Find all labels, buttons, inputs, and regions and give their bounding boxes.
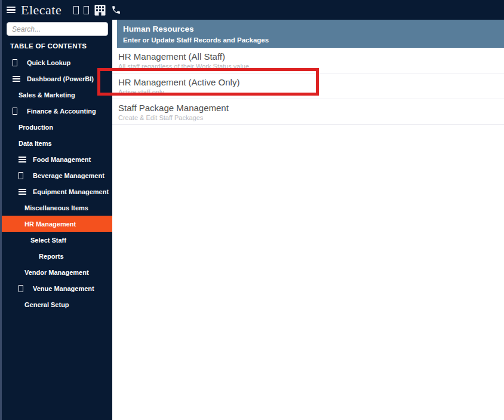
sidebar-item-label: Quick Lookup bbox=[27, 59, 70, 66]
sidebar-item-data-items[interactable]: Data Items bbox=[2, 135, 112, 151]
search-wrap bbox=[2, 20, 112, 36]
sidebar-item-label: General Setup bbox=[24, 301, 69, 308]
app-window: Elecate TABLE OF CONTENTS bbox=[0, 0, 504, 420]
building-icon[interactable] bbox=[94, 4, 106, 16]
menu-item-title: HR Management (Active Only) bbox=[118, 77, 498, 87]
menu-icon bbox=[19, 189, 28, 195]
sidebar-item-miscellaneous-items[interactable]: Miscellaneous Items bbox=[2, 200, 112, 216]
content-header: Human Resources Enter or Update Staff Re… bbox=[117, 20, 504, 48]
page-subtitle: Enter or Update Staff Records and Packag… bbox=[123, 35, 504, 45]
page-title: Human Resources bbox=[123, 24, 504, 34]
sidebar-item-dashboard-powerbi[interactable]: Dashboard (PowerBI) bbox=[2, 70, 112, 87]
search-input[interactable] bbox=[7, 22, 108, 36]
sidebar-item-beverage-management[interactable]: Beverage Management bbox=[2, 167, 112, 183]
sidebar-item-label: Dashboard (PowerBI) bbox=[27, 75, 94, 82]
sidebar: TABLE OF CONTENTS Quick Lookup Dashboard… bbox=[2, 20, 112, 420]
sidebar-item-production[interactable]: Production bbox=[2, 119, 112, 135]
sidebar-item-label: Beverage Management bbox=[33, 172, 105, 179]
sidebar-item-quick-lookup[interactable]: Quick Lookup bbox=[2, 54, 112, 70]
menu-item-title: Staff Package Management bbox=[118, 103, 498, 113]
sidebar-item-label: Data Items bbox=[19, 140, 52, 147]
sidebar-item-vendor-management[interactable]: Vendor Management bbox=[2, 264, 112, 280]
sidebar-item-venue-management[interactable]: Venue Management bbox=[2, 280, 112, 296]
sidebar-item-finance-accounting[interactable]: Finance & Accounting bbox=[2, 103, 112, 119]
sidebar-item-label: Miscellaneous Items bbox=[24, 204, 88, 211]
glyph-box-icon[interactable] bbox=[73, 6, 79, 14]
sidebar-item-label: Sales & Marketing bbox=[19, 91, 75, 99]
box-icon bbox=[19, 172, 28, 179]
sidebar-item-label: Vendor Management bbox=[24, 269, 89, 276]
glyph-box-icon[interactable] bbox=[84, 6, 89, 14]
box-icon bbox=[13, 108, 22, 115]
sidebar-item-label: HR Management bbox=[24, 220, 76, 228]
sidebar-item-hr-management[interactable]: HR Management bbox=[2, 216, 112, 232]
box-icon bbox=[13, 59, 22, 66]
sidebar-item-label: Equipment Management bbox=[33, 188, 109, 195]
menu-item-title: HR Management (All Staff) bbox=[118, 51, 498, 62]
sidebar-item-label: Reports bbox=[39, 253, 64, 260]
topbar: Elecate bbox=[2, 0, 504, 20]
menu-item-hr-management-all-staff[interactable]: HR Management (All Staff) All staff rega… bbox=[112, 48, 504, 73]
menu-item-hr-management-active-only[interactable]: HR Management (Active Only) Active staff… bbox=[112, 73, 504, 99]
sidebar-item-label: Finance & Accounting bbox=[27, 108, 96, 115]
sidebar-item-label: Food Management bbox=[33, 156, 91, 163]
sidebar-item-sales-marketing[interactable]: Sales & Marketing bbox=[2, 87, 112, 103]
box-icon bbox=[19, 285, 28, 292]
sidebar-item-reports[interactable]: Reports bbox=[2, 248, 112, 264]
sidebar-nav: Quick Lookup Dashboard (PowerBI) Sales &… bbox=[2, 53, 112, 312]
sidebar-item-food-management[interactable]: Food Management bbox=[2, 151, 112, 167]
hamburger-icon[interactable] bbox=[7, 5, 16, 15]
menu-item-subtitle: All staff regardless of their Work Statu… bbox=[118, 63, 498, 70]
menu-item-subtitle: Active staff only. bbox=[118, 88, 498, 96]
sidebar-item-select-staff[interactable]: Select Staff bbox=[2, 232, 112, 248]
menu-item-staff-package-management[interactable]: Staff Package Management Create & Edit S… bbox=[112, 99, 504, 125]
menu-icon bbox=[19, 157, 28, 163]
sidebar-item-label: Select Staff bbox=[30, 237, 66, 244]
sidebar-item-label: Production bbox=[19, 124, 53, 131]
main-content: Human Resources Enter or Update Staff Re… bbox=[112, 20, 504, 420]
sidebar-item-general-setup[interactable]: General Setup bbox=[2, 296, 112, 312]
phone-icon[interactable] bbox=[111, 5, 121, 15]
table-of-contents-label: TABLE OF CONTENTS bbox=[2, 36, 112, 53]
menu-icon bbox=[13, 76, 22, 82]
menu-list: HR Management (All Staff) All staff rega… bbox=[112, 48, 504, 125]
sidebar-item-label: Venue Management bbox=[33, 285, 94, 292]
sidebar-item-equipment-management[interactable]: Equipment Management bbox=[2, 183, 112, 200]
menu-item-subtitle: Create & Edit Staff Packages bbox=[118, 114, 498, 122]
app-logo: Elecate bbox=[21, 4, 62, 17]
